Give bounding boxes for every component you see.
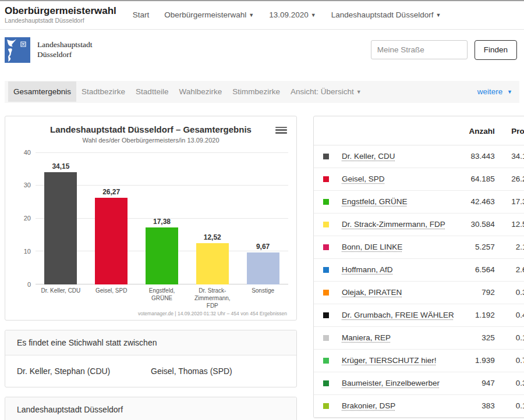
cell-anzahl: 64.185 [454, 175, 495, 183]
party-color-swatch [323, 312, 329, 318]
stichwahl-header: Es findet eine Stichwahl statt zwischen [5, 330, 296, 355]
cell-anzahl: 30.584 [454, 220, 495, 229]
candidate-link[interactable]: Bonn, DIE LINKE [342, 243, 402, 251]
candidate-link[interactable]: Maniera, REP [342, 333, 391, 342]
table-row: Baumeister, Einzelbewerber9470.39 % [314, 372, 524, 395]
cell-prozent: 2.69 % [495, 265, 524, 274]
party-color-swatch [323, 290, 329, 296]
logo-wordmark: Landeshauptstadt Düsseldorf [37, 40, 92, 60]
cell-prozent: 0.79 % [495, 356, 524, 365]
cell-prozent: 2.15 % [495, 243, 524, 251]
cell-prozent: 0.13 % [495, 333, 524, 342]
y-tick-label: 40 [24, 149, 31, 156]
site-subtitle: Landeshauptstadt Düsseldorf [5, 17, 116, 24]
find-button[interactable]: Finden [475, 40, 517, 60]
chevron-down-icon: ▼ [356, 89, 362, 95]
chart-bar[interactable] [44, 172, 77, 284]
chevron-down-icon: ▼ [311, 12, 316, 18]
y-tick-label: 0 [27, 281, 31, 288]
chart-bar[interactable] [196, 243, 229, 284]
top-navigation: Oberbürgermeisterwahl Landeshauptstadt D… [0, 1, 524, 30]
bar-value-label: 34,15 [52, 162, 69, 170]
candidate-link[interactable]: Olejak, PIRATEN [342, 288, 402, 297]
bar-slot: 26,27 [86, 153, 137, 284]
chart-bar[interactable] [95, 198, 128, 284]
cell-prozent: 17.38 % [495, 197, 524, 206]
cell-prozent: 34.15 % [495, 152, 524, 161]
bar-slot: 9,67 [238, 153, 288, 284]
chart-x-axis-labels: Dr. Keller, CDUGeisel, SPDEngstfeld, GRÜ… [36, 287, 288, 309]
bar-value-label: 12,52 [204, 233, 221, 241]
topnav-item-4[interactable]: Landeshauptstadt Düsseldorf▼ [331, 10, 441, 19]
topnav-item-1[interactable]: Start [133, 10, 150, 19]
candidate-link[interactable]: Dr. Strack-Zimmermann, FDP [342, 220, 445, 229]
tab-4[interactable]: Wahlbezirke [174, 81, 227, 102]
tab-2[interactable]: Stadtbezirke [76, 81, 130, 102]
city-panel: Landeshauptstadt Düsseldorf [5, 397, 297, 420]
candidate-link[interactable]: Krüger, TIERSCHUTZ hier! [342, 356, 437, 365]
table-row: Olejak, PIRATEN7920.32 % [314, 282, 524, 304]
candidate-link[interactable]: Engstfeld, GRÜNE [342, 197, 408, 206]
topnav-item-3[interactable]: 13.09.2020▼ [269, 10, 316, 19]
x-axis-label: Engstfeld, GRÜNE [137, 287, 187, 309]
header-anzahl: Anzahl [454, 127, 495, 136]
table-row: Geisel, SPD64.18526.27 % [314, 168, 524, 191]
more-label: weitere [477, 87, 503, 96]
chart-bar[interactable] [146, 227, 178, 284]
table-header-row: Anzahl Prozent [314, 116, 524, 145]
tab-6[interactable]: Ansicht: Übersicht▼ [285, 81, 367, 102]
stichwahl-panel: Es findet eine Stichwahl statt zwischen … [5, 330, 297, 387]
street-search-input[interactable] [371, 40, 468, 59]
chart-credit: votemanager.de | 14.09.2020 01:32 Uhr – … [11, 311, 287, 316]
more-dropdown[interactable]: weitere ▼ [477, 87, 512, 96]
party-color-swatch [323, 222, 329, 227]
city-header: Landeshauptstadt Düsseldorf Finden [0, 30, 524, 71]
chart-bar[interactable] [247, 252, 279, 284]
table-row: Bonn, DIE LINKE5.2572.15 % [314, 236, 524, 259]
table-row: Hoffmann, AfD6.5642.69 % [314, 259, 524, 282]
chart-title: Landeshauptstadt Düsseldorf – Gesamterge… [11, 124, 291, 134]
cell-anzahl: 42.463 [454, 197, 495, 206]
tab-1[interactable]: Gesamtergebnis [8, 81, 76, 102]
cell-anzahl: 5.257 [454, 243, 495, 251]
candidate-link[interactable]: Baumeister, Einzelbewerber [342, 379, 440, 387]
logo-line1: Landeshauptstadt [37, 40, 92, 50]
stichwahl-candidates: Dr. Keller, Stephan (CDU)Geisel, Thomas … [5, 355, 296, 387]
site-title: Oberbürgermeisterwahl [5, 6, 116, 17]
chart-context-menu-icon[interactable] [275, 126, 287, 135]
table-row: Engstfeld, GRÜNE42.46317.38 % [314, 191, 524, 213]
chevron-down-icon: ▼ [249, 12, 254, 18]
bar-chart: 01020304034,1526,2717,3812,529,67 [36, 153, 288, 284]
x-axis-label: Dr. Keller, CDU [36, 287, 86, 309]
cell-prozent: 26.27 % [495, 175, 524, 183]
stichwahl-candidate-2: Geisel, Thomas (SPD) [151, 366, 285, 376]
tab-5[interactable]: Stimmbezirke [227, 81, 285, 102]
cell-prozent: 0.39 % [495, 379, 524, 387]
topnav-item-2[interactable]: Oberbürgermeisterwahl▼ [164, 10, 254, 19]
city-panel-header: Landeshauptstadt Düsseldorf [5, 397, 296, 420]
cell-anzahl: 83.443 [454, 152, 495, 161]
view-tabbar: GesamtergebnisStadtbezirkeStadtteileWahl… [5, 81, 519, 103]
table-row: Maniera, REP3250.13 % [314, 327, 524, 350]
logo-line2: Düsseldorf [37, 50, 92, 60]
party-color-swatch [323, 244, 329, 250]
candidate-link[interactable]: Hoffmann, AfD [342, 265, 393, 274]
tab-3[interactable]: Stadtteile [130, 81, 174, 102]
x-axis-label: Geisel, SPD [86, 287, 137, 309]
candidate-link[interactable]: Dr. Grumbach, FREIE WÄHLER [342, 311, 454, 319]
bars-group: 34,1526,2717,3812,529,67 [36, 153, 288, 284]
bar-value-label: 9,67 [256, 243, 270, 251]
candidate-link[interactable]: Brakonier, DSP [342, 401, 395, 410]
y-tick-label: 20 [24, 215, 31, 222]
cell-anzahl: 1.192 [454, 311, 495, 319]
party-color-swatch [323, 199, 329, 205]
cell-prozent: 12.52 % [495, 220, 524, 229]
party-color-swatch [323, 358, 329, 364]
candidate-link[interactable]: Geisel, SPD [342, 175, 385, 183]
table-row: Brakonier, DSP3830.16 % [314, 395, 524, 418]
results-table-panel: Anzahl Prozent Dr. Keller, CDU83.44334.1… [313, 116, 524, 418]
candidate-link[interactable]: Dr. Keller, CDU [342, 152, 395, 161]
chevron-down-icon: ▼ [507, 89, 512, 95]
party-color-swatch [323, 176, 329, 182]
bar-slot: 34,15 [36, 153, 86, 284]
